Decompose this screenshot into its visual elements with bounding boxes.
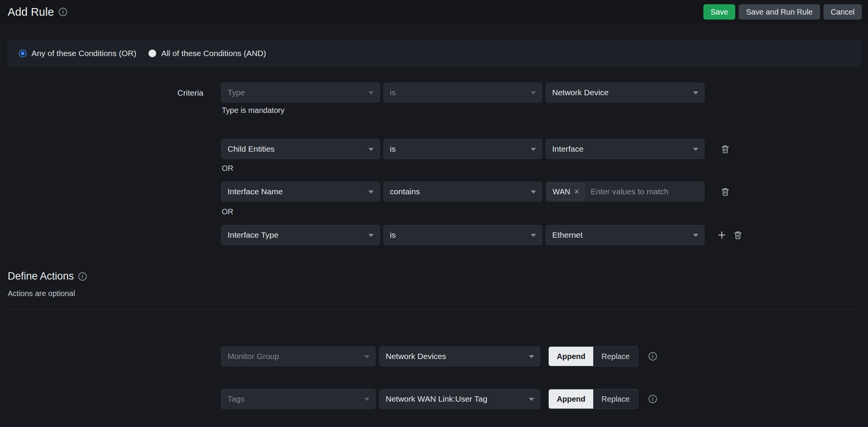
condition-row-4: Interface Type is Ethernet — [221, 225, 743, 245]
page-title-group: Add Rule i — [8, 6, 67, 18]
replace-option[interactable]: Replace — [593, 347, 637, 366]
values-input-placeholder: Enter values to match — [591, 187, 668, 196]
field-dropdown-interface-name-value: Interface Name — [228, 187, 283, 196]
radio-all-label: All of these Conditions (AND) — [161, 49, 266, 58]
chevron-down-icon — [368, 91, 374, 94]
operator-dropdown-1[interactable]: is — [383, 83, 542, 103]
save-and-run-button[interactable]: Save and Run Rule — [739, 4, 820, 20]
value-dropdown-1[interactable]: Network Device — [546, 83, 705, 103]
add-rule-page: Add Rule i Save Save and Run Rule Cancel… — [0, 0, 868, 427]
radio-any-conditions[interactable]: Any of these Conditions (OR) — [19, 49, 136, 58]
field-dropdown-interface-type-value: Interface Type — [228, 230, 279, 240]
define-actions-title: Define Actions — [8, 270, 74, 282]
append-option[interactable]: Append — [549, 389, 593, 409]
chevron-down-icon — [531, 91, 536, 94]
field-dropdown-interface-name[interactable]: Interface Name — [221, 182, 380, 202]
action-type-dropdown-monitor-group[interactable]: Monitor Group — [221, 346, 376, 366]
radio-any-label: Any of these Conditions (OR) — [31, 49, 136, 58]
action-value-dropdown-1[interactable]: Network Devices — [379, 346, 540, 366]
operator-dropdown-4-value: is — [390, 230, 396, 240]
field-dropdown-child-entities[interactable]: Child Entities — [221, 139, 380, 159]
plus-icon — [716, 230, 727, 240]
actions-optional-note: Actions are optional — [8, 289, 75, 298]
action-type-dropdown-2-value: Tags — [228, 394, 244, 404]
chevron-down-icon — [531, 234, 536, 237]
section-divider — [8, 309, 860, 310]
remove-tag-icon[interactable]: ✕ — [574, 189, 579, 195]
chevron-down-icon — [693, 148, 698, 151]
condition-row-1: Type is Network Device — [221, 83, 705, 103]
operator-dropdown-3[interactable]: contains — [383, 182, 542, 202]
value-dropdown-2-value: Interface — [552, 144, 584, 154]
chevron-down-icon — [531, 148, 536, 151]
action-row-1: Monitor Group Network Devices Append Rep… — [221, 346, 657, 366]
field-dropdown-type-value: Type — [228, 88, 245, 97]
chevron-down-icon — [529, 398, 534, 401]
save-button[interactable]: Save — [703, 4, 736, 20]
field-dropdown-child-entities-value: Child Entities — [228, 144, 275, 154]
condition-row-2: Child Entities is Interface — [221, 139, 730, 159]
tag-chip-wan: WAN ✕ — [548, 183, 584, 200]
delete-condition-4-button[interactable] — [733, 230, 743, 240]
operator-dropdown-2-value: is — [390, 144, 396, 154]
condition-mode-bar: Any of these Conditions (OR) All of thes… — [8, 40, 860, 66]
chevron-down-icon — [693, 234, 698, 237]
cancel-button[interactable]: Cancel — [823, 4, 862, 20]
chevron-down-icon — [368, 148, 374, 151]
header-actions: Save Save and Run Rule Cancel — [703, 4, 862, 20]
append-option[interactable]: Append — [549, 347, 593, 366]
action-type-dropdown-tags[interactable]: Tags — [221, 389, 376, 409]
chevron-down-icon — [368, 234, 374, 237]
radio-all-conditions[interactable]: All of these Conditions (AND) — [149, 49, 266, 58]
operator-dropdown-2[interactable]: is — [383, 139, 542, 159]
chevron-down-icon — [364, 398, 370, 401]
action-value-dropdown-2[interactable]: Network WAN Link:User Tag — [379, 389, 540, 409]
or-joiner-2: OR — [222, 207, 233, 216]
chevron-down-icon — [368, 190, 374, 194]
delete-condition-2-button[interactable] — [720, 144, 730, 154]
operator-dropdown-4[interactable]: is — [383, 225, 542, 245]
type-mandatory-note: Type is mandatory — [222, 106, 284, 115]
define-actions-heading-group: Define Actions i — [8, 270, 87, 282]
append-replace-toggle-2: Append Replace — [548, 389, 638, 409]
chevron-down-icon — [364, 355, 370, 358]
operator-dropdown-1-value: is — [390, 88, 396, 97]
chevron-down-icon — [693, 91, 698, 94]
condition-row-3: Interface Name contains WAN ✕ Enter valu… — [221, 182, 730, 202]
tag-chip-label: WAN — [553, 187, 570, 196]
action-value-dropdown-1-value: Network Devices — [386, 352, 446, 361]
chevron-down-icon — [531, 190, 536, 194]
trash-icon — [733, 230, 743, 240]
radio-unselected-icon[interactable] — [149, 50, 156, 57]
append-replace-toggle-1: Append Replace — [548, 346, 638, 366]
radio-selected-icon[interactable] — [19, 50, 26, 57]
action-row-2-info-icon[interactable]: i — [649, 395, 657, 403]
value-dropdown-2[interactable]: Interface — [546, 139, 705, 159]
page-title: Add Rule — [8, 6, 54, 18]
value-dropdown-1-value: Network Device — [552, 88, 609, 97]
action-value-dropdown-2-value: Network WAN Link:User Tag — [386, 394, 487, 404]
value-dropdown-4-value: Ethernet — [552, 230, 583, 240]
header: Add Rule i Save Save and Run Rule Cancel — [0, 0, 868, 24]
values-to-match-input[interactable]: WAN ✕ Enter values to match — [546, 182, 705, 202]
operator-dropdown-3-value: contains — [390, 187, 420, 196]
action-type-dropdown-1-value: Monitor Group — [228, 352, 279, 361]
field-dropdown-interface-type[interactable]: Interface Type — [221, 225, 380, 245]
replace-option[interactable]: Replace — [593, 389, 637, 409]
criteria-label: Criteria — [127, 88, 203, 98]
chevron-down-icon — [529, 355, 534, 358]
trash-icon — [720, 144, 730, 154]
value-dropdown-4[interactable]: Ethernet — [546, 225, 705, 245]
define-actions-info-icon[interactable]: i — [78, 272, 87, 281]
delete-condition-3-button[interactable] — [720, 187, 730, 197]
add-condition-button[interactable] — [716, 230, 727, 240]
or-joiner-1: OR — [222, 164, 233, 173]
trash-icon — [720, 187, 730, 197]
field-dropdown-type[interactable]: Type — [221, 83, 380, 103]
action-row-2: Tags Network WAN Link:User Tag Append Re… — [221, 389, 657, 409]
add-rule-info-icon[interactable]: i — [59, 8, 67, 16]
action-row-1-info-icon[interactable]: i — [649, 352, 657, 361]
